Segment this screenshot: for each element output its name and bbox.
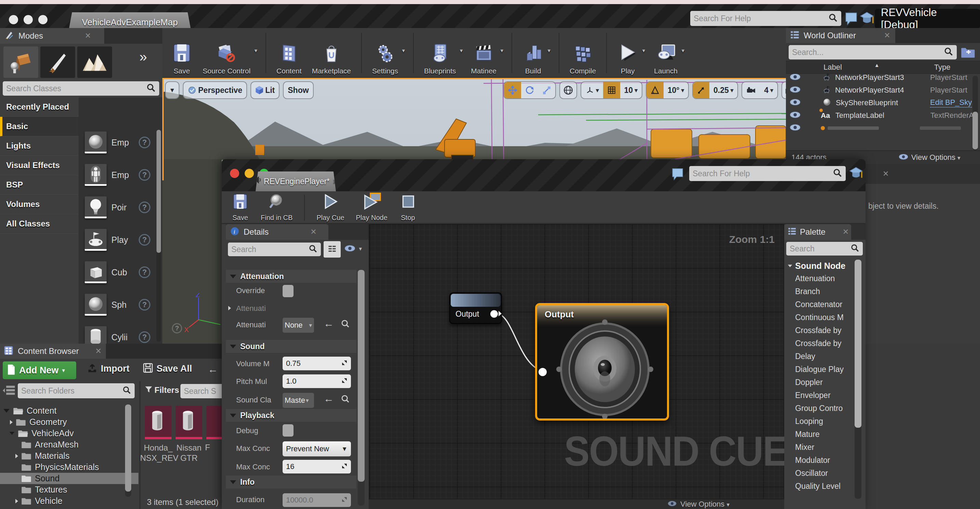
palette-item[interactable]: Group Contro	[795, 404, 843, 413]
window-close-button[interactable]	[9, 15, 18, 24]
tree-row-physicsmaterials[interactable]: PhysicsMaterials	[0, 461, 138, 473]
place-item-cylinder[interactable]: Cylii ?	[85, 326, 150, 344]
sound-editor-help-input[interactable]	[693, 169, 833, 178]
place-item-sphere[interactable]: Sph ?	[85, 294, 150, 316]
chevron-down-icon[interactable]: ▾	[402, 47, 405, 54]
palette-item[interactable]: Oscillator	[795, 469, 828, 478]
save-all-button[interactable]: Save All	[143, 363, 192, 374]
palette-search-input[interactable]	[790, 244, 851, 253]
palette-search[interactable]	[786, 242, 863, 256]
chevron-down-icon[interactable]: ▾	[681, 47, 684, 54]
import-button[interactable]: Import	[87, 363, 129, 374]
filters-button[interactable]: Filters ▾	[145, 385, 184, 395]
visibility-eye-icon[interactable]	[789, 111, 801, 120]
help-icon[interactable]: ?	[139, 137, 150, 148]
category-visual-effects[interactable]: Visual Effects	[0, 156, 79, 175]
rotate-tool-button[interactable]	[521, 82, 538, 99]
main-help-search[interactable]	[690, 11, 841, 26]
settings-button[interactable]: Settings ▾	[372, 31, 398, 75]
visibility-eye-icon[interactable]	[789, 124, 801, 132]
compile-button[interactable]: Compile	[570, 31, 596, 75]
palette-group-header[interactable]: Sound Node	[787, 261, 845, 271]
place-item-empty-character[interactable]: Emp ?	[85, 164, 150, 186]
blueprints-button[interactable]: Blueprints ▾	[424, 31, 456, 75]
help-icon[interactable]: ?	[139, 169, 150, 181]
graph-view-options-button[interactable]: View Options ▾	[680, 500, 730, 509]
palette-item[interactable]: Crossfade by	[795, 326, 842, 335]
close-icon[interactable]: ✕	[95, 347, 102, 356]
palette-item[interactable]: Quality Level	[795, 482, 841, 491]
palette-item[interactable]: Branch	[795, 287, 820, 296]
visibility-eye-icon[interactable]	[789, 86, 801, 95]
place-item-cube[interactable]: Cub ?	[85, 261, 150, 283]
palette-item[interactable]: Mature	[795, 430, 820, 439]
palette-item[interactable]: Concatenator	[795, 300, 842, 309]
feedback-icon[interactable]	[845, 12, 858, 27]
viewport-options-button[interactable]: ▼	[165, 81, 180, 99]
sound-cue-tab[interactable]: REVEnginePlayer* ✕	[256, 172, 336, 191]
world-local-button[interactable]	[559, 81, 577, 99]
move-tool-button[interactable]	[504, 82, 521, 99]
chevron-down-icon[interactable]: ▾	[500, 47, 503, 54]
outliner-row[interactable]: Aa TemplateLabel TextRenderA	[786, 109, 980, 122]
save-button[interactable]: Save	[171, 31, 192, 75]
tree-row-content[interactable]: Content	[0, 405, 138, 417]
viewport-help-icon[interactable]: ?	[172, 323, 182, 333]
tree-row-arenamesh[interactable]: ArenaMesh	[0, 439, 138, 450]
asset-tile-honda[interactable]	[145, 406, 172, 439]
output-node[interactable]: Output	[535, 303, 669, 420]
close-icon[interactable]: ✕	[883, 169, 889, 178]
search-assets-input[interactable]	[184, 387, 218, 396]
close-icon[interactable]: ✕	[332, 178, 338, 186]
palette-item[interactable]: Enveloper	[795, 391, 830, 400]
show-button[interactable]: Show	[283, 81, 313, 99]
category-basic[interactable]: Basic	[0, 117, 79, 136]
place-item-point-light[interactable]: Poir ?	[85, 196, 150, 218]
add-new-button[interactable]: Add New ▾	[3, 361, 76, 379]
world-outliner-tab[interactable]: World Outliner ✕	[786, 28, 895, 43]
volume-multiplier-input[interactable]: 0.75	[283, 356, 351, 370]
palette-item[interactable]: Modulator	[795, 456, 830, 465]
close-icon[interactable]: ✕	[884, 31, 890, 40]
angle-snap-button[interactable]	[646, 82, 663, 99]
spinner-icon[interactable]	[341, 462, 347, 471]
details-search[interactable]	[228, 243, 321, 256]
chevron-down-icon[interactable]: ▾	[643, 47, 646, 54]
scale-snap-button[interactable]	[693, 82, 710, 99]
sources-toggle-icon[interactable]	[3, 385, 16, 398]
tree-row-sound[interactable]: Sound	[0, 473, 138, 484]
asset-tile-partial[interactable]	[207, 406, 222, 439]
outliner-view-options-button[interactable]: View Options ▾	[911, 153, 961, 162]
perspective-button[interactable]: Perspective	[183, 81, 247, 99]
section-info[interactable]: Info	[226, 476, 356, 488]
outliner-row[interactable]: SkyShereBlueprint Edit BP_Sky	[786, 96, 980, 109]
scale-tool-button[interactable]	[538, 82, 555, 99]
launch-button[interactable]: Launch ▾	[654, 31, 678, 75]
outliner-row[interactable]: NetworkPlayerStart4 PlayerStart	[786, 84, 980, 96]
pitch-multiplier-input[interactable]: 1.0	[283, 374, 351, 388]
place-item-empty-actor[interactable]: Emp ?	[85, 132, 150, 153]
details-tab[interactable]: i Details ✕	[226, 224, 328, 240]
column-label[interactable]: Label	[824, 63, 842, 72]
sound-graph[interactable]: Zoom 1:1 SOUND CUE Output Output	[369, 224, 784, 499]
angle-snap-value[interactable]: 10°▾	[663, 82, 688, 99]
find-in-cb-button[interactable]: Find in CB	[261, 193, 293, 222]
tutorial-icon[interactable]	[860, 11, 874, 28]
palette-item[interactable]: Doppler	[795, 378, 823, 387]
main-help-search-input[interactable]	[694, 14, 828, 23]
category-lights[interactable]: Lights	[0, 136, 79, 156]
lit-mode-button[interactable]: Lit	[250, 81, 280, 99]
tree-row-materials[interactable]: Materials	[0, 450, 138, 461]
sound-editor-help-search[interactable]	[689, 166, 846, 181]
add-folder-icon[interactable]	[960, 46, 975, 60]
grid-snap-value[interactable]: 10▾	[620, 82, 642, 99]
section-playback[interactable]: Playback	[226, 409, 356, 422]
search-folders[interactable]	[18, 383, 135, 398]
visibility-eye-icon[interactable]	[789, 73, 801, 82]
close-icon[interactable]: ✕	[310, 227, 317, 236]
use-selected-button[interactable]: ←	[324, 318, 334, 329]
palette-item[interactable]: Mixer	[795, 443, 814, 452]
chevron-down-icon[interactable]: ▾	[460, 47, 463, 54]
content-browser-tab[interactable]: Content Browser ✕	[0, 344, 106, 359]
modes-search-input[interactable]	[6, 84, 146, 93]
